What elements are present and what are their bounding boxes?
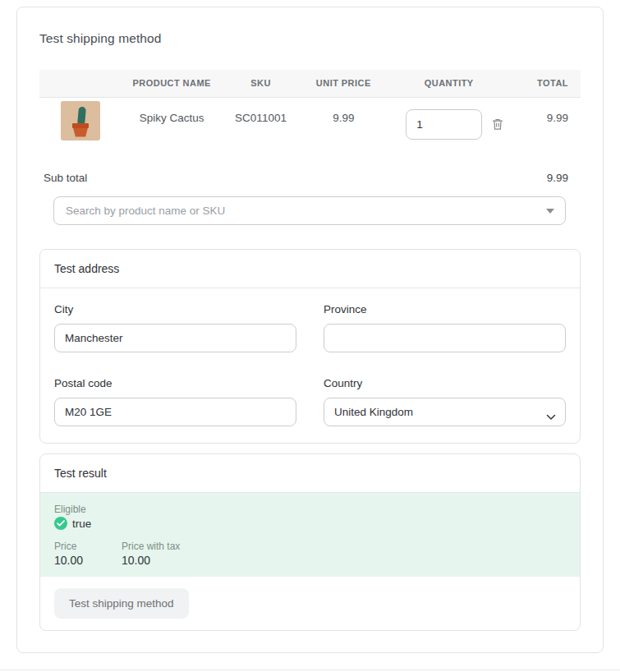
price-label: Price bbox=[54, 541, 105, 552]
eligible-value-row: true bbox=[54, 517, 566, 530]
search-input[interactable] bbox=[53, 196, 566, 225]
province-label: Province bbox=[324, 303, 566, 315]
table-row: Spiky Cactus SC011001 9.99 bbox=[39, 97, 581, 161]
test-result-title: Test result bbox=[40, 454, 580, 493]
country-select[interactable]: United Kingdom bbox=[324, 398, 566, 426]
test-shipping-panel: Test shipping method PRODUCT NAME SKU UN… bbox=[16, 7, 604, 653]
table-header-row: PRODUCT NAME SKU UNIT PRICE QUANTITY TOT… bbox=[39, 70, 581, 97]
remove-product-button[interactable] bbox=[489, 116, 506, 133]
eligible-value: true bbox=[72, 518, 91, 530]
city-field-group: City bbox=[54, 303, 296, 352]
province-field[interactable] bbox=[324, 324, 566, 352]
quantity-input[interactable] bbox=[406, 109, 482, 140]
column-header-image bbox=[39, 70, 122, 97]
price-with-tax-group: Price with tax 10.00 bbox=[122, 541, 180, 567]
test-address-title: Test address bbox=[40, 250, 580, 288]
subtotal-label: Sub total bbox=[44, 172, 87, 184]
product-name-cell: Spiky Cactus bbox=[122, 97, 222, 161]
eligible-label: Eligible bbox=[54, 504, 566, 515]
column-header-total: TOTAL bbox=[511, 70, 581, 97]
address-form: City Province Postal code Country United… bbox=[40, 288, 580, 443]
country-field-group: Country United Kingdom bbox=[324, 377, 566, 426]
product-unit-price-cell: 9.99 bbox=[300, 97, 387, 161]
test-shipping-method-button[interactable]: Test shipping method bbox=[54, 588, 189, 619]
column-header-product-name: PRODUCT NAME bbox=[122, 70, 222, 97]
test-result-card: Test result Eligible true Price 10.00 Pr… bbox=[39, 453, 581, 631]
city-field[interactable] bbox=[54, 324, 296, 352]
column-header-unit-price: UNIT PRICE bbox=[300, 70, 387, 97]
result-footer: Test shipping method bbox=[40, 577, 580, 630]
product-table: PRODUCT NAME SKU UNIT PRICE QUANTITY TOT… bbox=[39, 70, 581, 161]
price-value: 10.00 bbox=[54, 554, 105, 567]
subtotal-value: 9.99 bbox=[547, 172, 568, 184]
price-with-tax-label: Price with tax bbox=[122, 541, 180, 552]
cactus-product-image bbox=[61, 101, 100, 140]
page-title: Test shipping method bbox=[39, 31, 581, 46]
price-with-tax-value: 10.00 bbox=[122, 554, 180, 567]
check-circle-icon bbox=[54, 517, 67, 530]
column-header-sku: SKU bbox=[222, 70, 301, 97]
price-row: Price 10.00 Price with tax 10.00 bbox=[54, 541, 566, 567]
bottom-divider bbox=[0, 670, 620, 670]
postal-code-label: Postal code bbox=[54, 377, 296, 389]
product-quantity-cell bbox=[387, 97, 511, 161]
product-sku-cell: SC011001 bbox=[222, 97, 301, 161]
province-field-group: Province bbox=[324, 303, 566, 352]
column-header-quantity: QUANTITY bbox=[387, 70, 511, 97]
trash-icon bbox=[491, 117, 504, 131]
subtotal-row: Sub total 9.99 bbox=[39, 161, 581, 184]
product-search-combobox bbox=[53, 196, 566, 225]
city-label: City bbox=[54, 303, 296, 315]
result-banner: Eligible true Price 10.00 Price with tax… bbox=[40, 493, 580, 577]
postal-code-field-group: Postal code bbox=[54, 377, 296, 426]
price-group: Price 10.00 bbox=[54, 541, 105, 567]
product-total-cell: 9.99 bbox=[511, 97, 581, 161]
country-label: Country bbox=[324, 377, 566, 389]
test-address-card: Test address City Province Postal code C… bbox=[39, 249, 581, 444]
product-image-cell bbox=[39, 97, 122, 161]
postal-code-field[interactable] bbox=[54, 398, 296, 426]
